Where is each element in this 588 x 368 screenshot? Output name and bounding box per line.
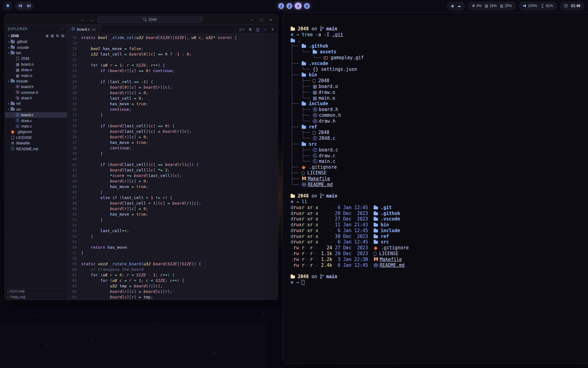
tree-root[interactable]: › 2048 ⊕⊞↻⊟ (5, 33, 67, 39)
code-line: 18static bool _slide_col(u32 board[SIZE]… (67, 35, 278, 40)
nav-back-button[interactable]: ← (80, 17, 85, 22)
nav-forward-button[interactable]: → (89, 17, 94, 22)
volume-stat: 100% (523, 4, 537, 8)
code-text: } (81, 217, 103, 223)
collapse-folders-button[interactable]: ⊟ (61, 34, 64, 38)
line-number: 22 (67, 57, 77, 63)
minimize-icon: – (251, 17, 253, 22)
folder-icon (374, 235, 378, 238)
weather-widget: ◉ ☁ (447, 2, 465, 10)
c-file-icon: Ⓒ (313, 136, 319, 141)
workspace-1[interactable]: 1 (278, 3, 284, 9)
close-editor-button[interactable]: × (271, 28, 274, 31)
titlebar-search[interactable]: 2048 (97, 16, 203, 23)
refresh-explorer-button[interactable]: ↻ (56, 34, 59, 38)
tree-item-license[interactable]: ›LICENSE (5, 135, 67, 140)
code-text (81, 156, 84, 162)
media-prev-button[interactable] (17, 3, 24, 9)
tree-item-draw.h[interactable]: ›Ⓗdraw.h (5, 95, 67, 101)
terminal-window[interactable]: 2048 on main❄ → tree -a -I .git .├── .gi… (282, 12, 588, 364)
chevron-right-icon: › (7, 289, 9, 293)
snowflake-icon: ❄ (291, 199, 296, 205)
terminal-line (291, 187, 588, 193)
tree-item-.github[interactable]: ›.github (5, 39, 67, 44)
panel-outline[interactable]: ›OUTLINE (5, 289, 67, 294)
tree-item-main.c[interactable]: ›Ⓒmain.c (5, 124, 67, 129)
code-line: 32 } (67, 112, 278, 118)
object-file-icon: ▦ (313, 95, 318, 101)
tree-item-src[interactable]: ›src (5, 107, 67, 112)
tree-item-2048[interactable]: ›2048 (5, 56, 67, 61)
minimize-button[interactable]: – (248, 17, 257, 22)
cpu-stat: ⚙ 4% (472, 4, 482, 8)
folder-icon (302, 45, 306, 48)
file-tree: ›.github›.vscode›bin›2048›▦board.o›▦draw… (5, 39, 67, 152)
maximize-button[interactable]: □ (257, 17, 266, 22)
object-icon: ▦ (16, 68, 20, 72)
tree-item-readme.md[interactable]: ›ⓘREADME.md (5, 146, 67, 151)
code-line: 58 (67, 256, 278, 261)
line-number: 57 (67, 250, 77, 256)
code-text: board[r][c] = 0; (81, 134, 148, 140)
object-icon: ▦ (16, 74, 20, 78)
git-icon (11, 131, 15, 133)
panel-timeline[interactable]: ›TIMELINE (5, 294, 67, 300)
terminal-line: │ ├── 2048 (291, 78, 588, 84)
tree-item-label: .vscode (16, 45, 29, 50)
tree-item-.gitignore[interactable]: ›.gitignore (5, 129, 67, 135)
header-icon: Ⓗ (16, 96, 20, 101)
line-number: 25 (67, 74, 77, 79)
line-number: 33 (67, 118, 77, 123)
tree-item-board.c[interactable]: ›Ⓒboard.c (5, 112, 67, 118)
terminal-line: drwxr-xr-x - 29 Dec 2023 .github (291, 211, 588, 217)
line-number: 37 (67, 140, 77, 145)
code-text (81, 256, 84, 261)
c-file-icon: Ⓒ (71, 27, 75, 32)
close-button[interactable]: × (266, 17, 275, 22)
binary-icon (16, 57, 20, 60)
tree-item-board.o[interactable]: ›▦board.o (5, 62, 67, 67)
workspace-8[interactable]: 8 (304, 3, 310, 9)
cloud-icon: ☁ (457, 4, 461, 8)
launcher-button[interactable]: ✱ (4, 2, 12, 10)
clock-icon (564, 4, 568, 8)
tree-item-draw.c[interactable]: ›Ⓒdraw.c (5, 118, 67, 123)
new-folder-button[interactable]: ⊞ (51, 34, 54, 38)
tree-item-common.h[interactable]: ›Ⓗcommon.h (5, 90, 67, 95)
tree-item-bin[interactable]: ›bin (5, 50, 67, 56)
workspace-3[interactable]: 3 (295, 3, 302, 9)
tab-board.c[interactable]: Ⓒ board.c src (67, 25, 101, 34)
code-text: board[c][r] = tmp; (81, 294, 153, 300)
tree-item-draw.o[interactable]: ›▦draw.o (5, 67, 67, 73)
folder-icon (302, 126, 306, 129)
tree-item-label: main.o (21, 74, 32, 78)
code-line: 27 board[0][c] = board[r][c]; (67, 85, 278, 90)
split-editor-button[interactable]: ◫ (256, 28, 259, 31)
header-file-icon: Ⓗ (313, 113, 319, 118)
workspace-2[interactable]: 2 (286, 3, 292, 9)
memory-icon: ▤ (485, 4, 488, 8)
code-line: 23 for (u8 r = 1; r < SIZE; r++) { (67, 63, 278, 68)
code-line: 47 else if (last_cell + 1 != r) { (67, 195, 278, 201)
wifi-value: 91% (546, 4, 553, 8)
tree-item-ref[interactable]: ›ref (5, 101, 67, 106)
chevron-right-icon: › (7, 295, 9, 299)
search-icon (143, 18, 147, 21)
new-file-button[interactable]: ⊕ (46, 34, 49, 38)
explorer-more-button[interactable]: ⋯ (61, 27, 64, 31)
run-button[interactable]: ▷ ∨ (240, 28, 245, 31)
tree-item-makefile[interactable]: ›⚙Makefile (5, 140, 67, 146)
settings-button[interactable]: ⚙ (249, 28, 252, 31)
code-editor[interactable]: 18static bool _slide_col(u32 board[SIZE]… (67, 34, 278, 300)
tree-item-label: draw.h (21, 96, 32, 100)
git-icon (302, 166, 306, 170)
explorer-title: EXPLORER (8, 27, 28, 31)
tree-item-board.h[interactable]: ›Ⓗboard.h (5, 84, 67, 90)
editor-more-button[interactable]: ⋯ (263, 28, 267, 31)
media-next-button[interactable] (25, 3, 32, 9)
tree-item-include[interactable]: ›include (5, 79, 67, 84)
tree-item-.vscode[interactable]: ›.vscode (5, 44, 67, 50)
tree-item-main.o[interactable]: ›▦main.o (5, 73, 67, 78)
header-icon: Ⓗ (16, 84, 20, 90)
tree-root-label: 2048 (11, 34, 19, 38)
